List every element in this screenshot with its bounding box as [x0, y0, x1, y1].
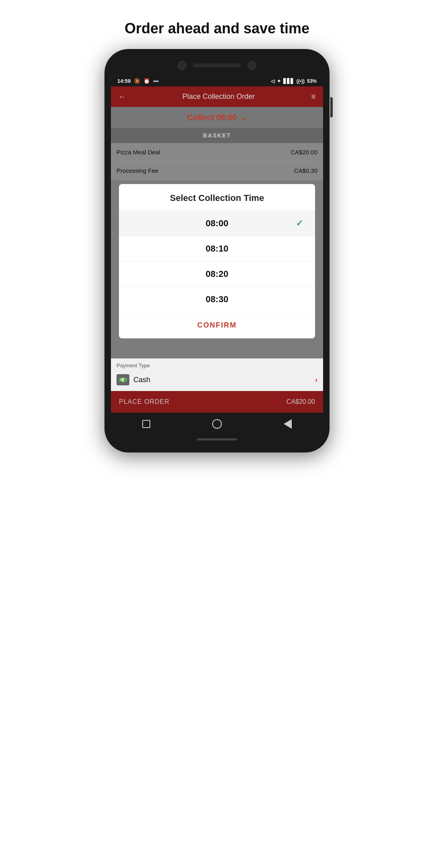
basket-bar: BASKET — [111, 128, 323, 143]
payment-section: Payment Type 💵 Cash › — [111, 358, 323, 391]
collect-bar[interactable]: Collect 08:00 ⌄ — [111, 107, 323, 128]
page-headline: Order ahead and save time — [108, 8, 326, 49]
item-name-0: Pizza Meal Deal — [117, 149, 160, 156]
place-order-label: PLACE ORDER — [119, 398, 170, 405]
order-total: CA$20.00 — [287, 398, 315, 405]
phone-screen: 14:59 🔕 ⏰ ••• ◁ ✦ ▋▋▋ ((•)) 53% ← Place … — [111, 76, 323, 434]
phone-notch — [111, 57, 323, 76]
status-location-icon: ◁ — [271, 78, 274, 84]
time-option-1[interactable]: 08:10 — [119, 236, 315, 261]
phone-speaker — [193, 63, 241, 68]
order-items: Pizza Meal Deal CA$20.00 Processing Fee … — [111, 143, 323, 180]
status-bluetooth-icon: ✦ — [277, 78, 281, 84]
nav-square-button[interactable] — [141, 418, 152, 430]
payment-label: Payment Type — [111, 358, 323, 370]
modal-title: Select Collection Time — [119, 184, 315, 211]
header-title: Place Collection Order — [182, 92, 255, 101]
order-item-1: Processing Fee CA$0.30 — [117, 162, 317, 180]
item-price-1: CA$0.30 — [294, 167, 317, 174]
payment-method: Cash — [133, 376, 150, 384]
nav-home-button[interactable] — [211, 418, 223, 430]
nav-bar — [111, 413, 323, 434]
time-value-3: 08:30 — [206, 294, 228, 305]
below-modal-spacer — [111, 338, 323, 354]
checkmark-icon: ✓ — [296, 218, 303, 229]
status-battery: 53% — [307, 78, 317, 84]
phone-container: 14:59 🔕 ⏰ ••• ◁ ✦ ▋▋▋ ((•)) 53% ← Place … — [104, 49, 330, 452]
time-value-1: 08:10 — [206, 244, 228, 254]
home-indicator — [197, 438, 237, 440]
payment-row[interactable]: 💵 Cash › — [111, 370, 323, 391]
phone-camera-left — [178, 61, 186, 70]
item-price-0: CA$20.00 — [291, 149, 317, 156]
item-name-1: Processing Fee — [117, 167, 158, 174]
status-time: 14:59 — [117, 78, 131, 84]
basket-label: BASKET — [203, 132, 231, 139]
collect-time-text: Collect 08:00 — [187, 113, 237, 122]
time-option-2[interactable]: 08:20 — [119, 261, 315, 287]
payment-chevron-icon: › — [315, 376, 317, 384]
back-button[interactable]: ← — [118, 92, 126, 101]
status-silent-icon: 🔕 — [134, 78, 140, 84]
time-value-0: 08:00 — [206, 218, 228, 229]
circle-icon — [212, 419, 222, 429]
nav-back-button[interactable] — [282, 418, 293, 430]
status-more: ••• — [153, 78, 159, 84]
triangle-icon — [284, 419, 292, 429]
menu-button[interactable]: ≡ — [311, 92, 316, 101]
time-option-0[interactable]: 08:00 ✓ — [119, 211, 315, 236]
cash-icon: 💵 — [117, 374, 129, 385]
modal-box: Select Collection Time 08:00 ✓ 08:10 08:… — [119, 184, 315, 338]
modal-overlay: Select Collection Time 08:00 ✓ 08:10 08:… — [111, 180, 323, 358]
time-value-2: 08:20 — [206, 269, 228, 279]
phone-sensor — [248, 61, 256, 70]
confirm-button[interactable]: CONFIRM — [119, 312, 315, 338]
square-icon — [142, 420, 150, 428]
status-wifi-icon: ((•)) — [297, 78, 305, 84]
collect-chevron-icon: ⌄ — [240, 113, 247, 122]
order-item-0: Pizza Meal Deal CA$20.00 — [117, 143, 317, 162]
status-alarm-icon: ⏰ — [143, 78, 150, 84]
status-bar: 14:59 🔕 ⏰ ••• ◁ ✦ ▋▋▋ ((•)) 53% — [111, 76, 323, 86]
status-signal-icon: ▋▋▋ — [283, 78, 294, 84]
app-header: ← Place Collection Order ≡ — [111, 86, 323, 107]
place-order-bar[interactable]: PLACE ORDER CA$20.00 — [111, 391, 323, 413]
time-option-3[interactable]: 08:30 — [119, 287, 315, 312]
